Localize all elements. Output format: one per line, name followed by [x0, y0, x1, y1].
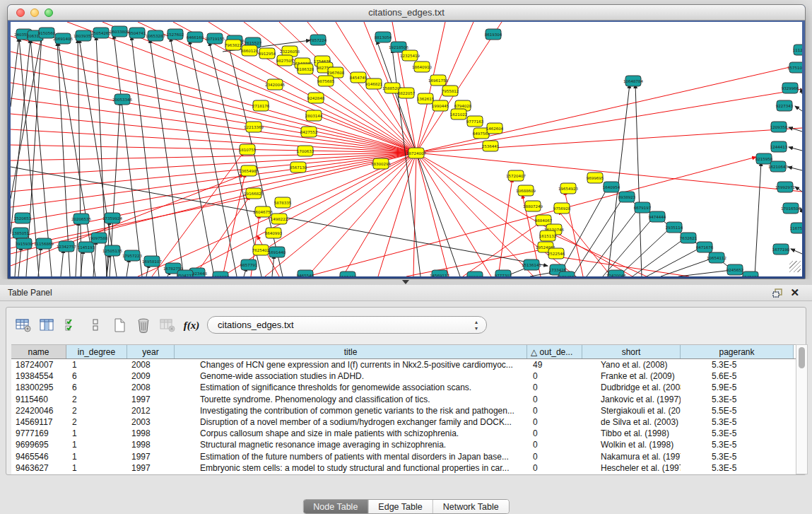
graph-node[interactable]: [727, 264, 743, 275]
table-cell[interactable]: 0: [527, 416, 582, 428]
table-cell[interactable]: 1: [66, 462, 127, 474]
graph-node[interactable]: [608, 270, 624, 276]
row-height-icon[interactable]: [84, 315, 107, 335]
graph-node[interactable]: [560, 183, 576, 194]
graph-edge[interactable]: [272, 255, 274, 276]
table-cell[interactable]: 1: [66, 439, 127, 450]
close-panel-icon[interactable]: ✕: [790, 286, 799, 299]
table-cell[interactable]: 18300295: [11, 382, 66, 393]
table-cell[interactable]: Franke et al. (2009): [582, 370, 681, 382]
graph-node[interactable]: [73, 214, 89, 224]
graph-node[interactable]: [59, 241, 74, 252]
graph-node[interactable]: [242, 45, 257, 56]
table-row[interactable]: 1456911722003Disruption of a novel membe…: [11, 416, 796, 428]
table-cell[interactable]: 5.3E-5: [681, 451, 794, 462]
table-cell[interactable]: 2: [66, 405, 127, 416]
table-cell[interactable]: 1: [66, 359, 127, 370]
graph-node[interactable]: [467, 116, 483, 127]
table-cell[interactable]: 0: [527, 370, 582, 382]
graph-node[interactable]: [207, 33, 223, 44]
table-row[interactable]: 1830029562008Estimation of significance …: [11, 382, 796, 393]
graph-edge[interactable]: [795, 106, 802, 111]
graph-node[interactable]: [743, 271, 758, 276]
table-select-dropdown[interactable]: citations_edges.txt ▴▾: [207, 316, 487, 334]
table-cell[interactable]: 1997: [127, 451, 175, 462]
graph-node[interactable]: [625, 76, 641, 86]
graph-edge[interactable]: [789, 147, 802, 151]
graph-node[interactable]: [253, 100, 269, 111]
show-columns-icon[interactable]: [36, 315, 59, 335]
table-cell[interactable]: Hescheler et al. (1997): [582, 462, 681, 474]
graph-edge[interactable]: [11, 153, 416, 223]
graph-node[interactable]: [76, 30, 91, 41]
graph-node[interactable]: [782, 83, 798, 93]
graph-edge[interactable]: [791, 249, 802, 254]
table-row[interactable]: 946362711997Embryonic stem cells: a mode…: [11, 462, 796, 474]
table-scrollbar[interactable]: [796, 344, 808, 474]
table-cell[interactable]: Embryonic stem cells: a model to study s…: [175, 462, 527, 474]
graph-edge[interactable]: [378, 153, 416, 276]
table-cell[interactable]: 5.6E-5: [681, 370, 794, 382]
table-cell[interactable]: 2003: [127, 416, 175, 428]
delete-table-icon[interactable]: [156, 315, 179, 335]
graph-edge[interactable]: [635, 84, 642, 276]
graph-edge[interactable]: [11, 153, 416, 238]
network-canvas[interactable]: 2403557220631109150560206914061803935925…: [11, 22, 802, 276]
graph-node[interactable]: [290, 162, 306, 173]
tab-network-table[interactable]: Network Table: [433, 500, 509, 513]
graph-node[interactable]: [540, 230, 555, 241]
table-cell[interactable]: Yano et al. (2008): [582, 359, 681, 370]
table-cell[interactable]: Disruption of a novel member of a sodium…: [175, 416, 527, 428]
graph-node[interactable]: [587, 173, 603, 183]
table-row[interactable]: 911546021997Tourette syndrome. Phenomeno…: [11, 394, 796, 405]
table-cell[interactable]: Nakamura et al. (1997): [582, 451, 681, 462]
column-header-year[interactable]: year: [127, 345, 175, 358]
table-cell[interactable]: 5.3E-5: [681, 428, 794, 439]
table-cell[interactable]: Estimation of the future numbers of pati…: [175, 451, 527, 462]
column-header-pagerank[interactable]: pagerank: [681, 345, 794, 358]
table-cell[interactable]: 1998: [127, 439, 175, 450]
graph-node[interactable]: [310, 35, 326, 45]
graph-edge[interactable]: [11, 153, 416, 254]
graph-edge[interactable]: [416, 153, 449, 276]
graph-node[interactable]: [246, 122, 261, 132]
graph-edge[interactable]: [114, 35, 142, 276]
graph-node[interactable]: [451, 109, 466, 119]
graph-node[interactable]: [105, 213, 120, 223]
graph-node[interactable]: [36, 238, 52, 249]
table-cell[interactable]: 2012: [127, 405, 175, 416]
graph-node[interactable]: [756, 153, 772, 164]
table-row[interactable]: 1938455462009Genome-wide association stu…: [11, 370, 796, 382]
graph-node[interactable]: [430, 75, 446, 86]
table-cell[interactable]: 5.3E-5: [681, 416, 794, 428]
graph-node[interactable]: [635, 202, 650, 213]
graph-edge[interactable]: [11, 37, 19, 107]
table-cell[interactable]: Changes of HCN gene expression and I(f) …: [175, 359, 527, 370]
table-row[interactable]: 946554611997Estimation of the future num…: [11, 451, 796, 462]
graph-node[interactable]: [697, 242, 712, 252]
graph-node[interactable]: [487, 123, 502, 134]
graph-edge[interactable]: [11, 145, 416, 153]
column-header-out_de[interactable]: △ out_de...: [527, 345, 582, 358]
graph-node[interactable]: [495, 270, 511, 276]
table-cell[interactable]: 5.3E-5: [681, 394, 794, 405]
graph-node[interactable]: [366, 78, 382, 89]
graph-node[interactable]: [340, 271, 355, 276]
graph-node[interactable]: [548, 248, 564, 259]
graph-node[interactable]: [253, 245, 269, 255]
table-cell[interactable]: 0: [527, 439, 582, 450]
graph-edge[interactable]: [343, 153, 416, 276]
graph-node[interactable]: [508, 170, 524, 181]
graph-node[interactable]: [246, 188, 261, 199]
float-window-icon[interactable]: [772, 288, 782, 298]
graph-node[interactable]: [105, 245, 120, 256]
table-cell[interactable]: 6: [66, 370, 127, 382]
table-cell[interactable]: 5.9E-5: [681, 382, 794, 393]
graph-node[interactable]: [399, 88, 414, 98]
graph-node[interactable]: [777, 100, 792, 111]
table-cell[interactable]: 9699695: [11, 439, 66, 450]
table-cell[interactable]: Tibbo et al. (1998): [582, 428, 681, 439]
table-cell[interactable]: Wolkin et al. (1998): [582, 439, 681, 450]
graph-edge[interactable]: [189, 40, 237, 276]
graph-node[interactable]: [267, 79, 283, 90]
